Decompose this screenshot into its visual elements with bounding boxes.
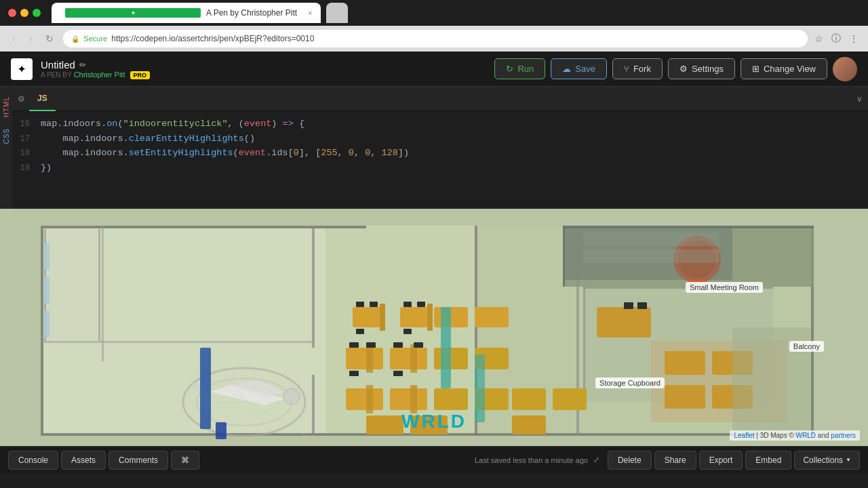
- settings-icon: ⚙: [679, 64, 688, 74]
- svg-rect-29: [366, 415, 403, 434]
- edit-title-icon[interactable]: ✏: [79, 60, 86, 70]
- secure-icon: 🔒: [71, 35, 79, 43]
- preview-area[interactable]: Small Meeting Room Balcony Storage Cupbo…: [0, 209, 868, 446]
- fork-button[interactable]: ⑂ Fork: [612, 58, 663, 79]
- svg-rect-21: [346, 348, 383, 369]
- browser-bookmark-button[interactable]: ☆: [813, 32, 825, 45]
- delete-button[interactable]: Delete: [608, 451, 652, 470]
- run-button[interactable]: ↻ Run: [494, 58, 545, 79]
- map-attribution: Leaflet | 3D Maps © WRLD and partners: [730, 430, 860, 441]
- svg-rect-50: [393, 371, 403, 376]
- save-label: Save: [575, 64, 595, 74]
- editor-settings-icon[interactable]: ⚙: [18, 94, 25, 104]
- embed-button[interactable]: Embed: [745, 451, 791, 470]
- tab-close-button[interactable]: ×: [308, 9, 312, 17]
- svg-rect-23: [390, 348, 427, 369]
- browser-active-tab[interactable]: ✦ A Pen by Christopher Pitt ×: [52, 3, 321, 23]
- editor-collapse-button[interactable]: ∨: [856, 94, 863, 104]
- code-line-16: 16 map.indoors.on("indoorentityclick", (…: [0, 117, 868, 131]
- leaflet-link[interactable]: Leaflet: [734, 432, 754, 439]
- tab-title: A Pen by Christopher Pitt: [206, 8, 297, 18]
- svg-rect-13: [41, 341, 312, 343]
- cmd-icon: ⌘: [181, 455, 189, 465]
- settings-button[interactable]: ⚙ Settings: [668, 58, 735, 79]
- line-number-17: 17: [11, 133, 30, 146]
- tab-js[interactable]: JS: [29, 87, 56, 111]
- svg-rect-17: [353, 307, 383, 327]
- code-content-16: map.indoors.on("indoorentityclick", (eve…: [41, 117, 304, 131]
- svg-rect-47: [393, 342, 403, 348]
- wrld-link[interactable]: WRLD: [796, 432, 816, 439]
- browser-toolbar: ‹ › ↻ 🔒 Secure https://codepen.io/assert…: [0, 26, 868, 52]
- svg-rect-5: [41, 226, 366, 228]
- map-container[interactable]: Small Meeting Room Balcony Storage Cupbo…: [0, 209, 868, 446]
- close-window-button[interactable]: [8, 9, 16, 17]
- storage-label: Storage Cupboard: [595, 378, 665, 388]
- js-tab-label: JS: [37, 94, 47, 103]
- code-editor[interactable]: 16 map.indoors.on("indoorentityclick", (…: [0, 111, 868, 209]
- pen-author-line: A PEN BY Christopher Pitt PRO: [41, 70, 150, 79]
- svg-rect-32: [475, 307, 509, 327]
- svg-rect-11: [576, 273, 579, 436]
- svg-rect-79: [583, 232, 719, 246]
- css-side-tab[interactable]: CSS: [1, 124, 12, 148]
- svg-rect-62: [583, 287, 585, 402]
- pro-badge: PRO: [130, 71, 151, 79]
- browser-info-button[interactable]: ⓘ: [830, 31, 842, 46]
- wrld-logo: WRLD: [401, 411, 467, 432]
- browser-back-button[interactable]: ‹: [8, 32, 20, 45]
- save-status-text: Last saved less than a minute ago: [475, 456, 588, 464]
- codepen-logo[interactable]: ✦: [11, 58, 33, 80]
- html-side-tab[interactable]: HTML: [1, 92, 12, 121]
- browser-menu-button[interactable]: ⋮: [848, 32, 860, 45]
- svg-rect-39: [356, 302, 364, 307]
- cmd-button[interactable]: ⌘: [171, 451, 199, 470]
- minimize-window-button[interactable]: [20, 9, 28, 17]
- browser-forward-button[interactable]: ›: [25, 32, 37, 45]
- collections-label: Collections: [803, 455, 843, 465]
- svg-rect-19: [400, 307, 431, 327]
- collections-button[interactable]: Collections ▼: [794, 451, 860, 470]
- browser-inactive-tab[interactable]: [326, 3, 348, 23]
- svg-rect-26: [366, 385, 373, 413]
- maximize-window-button[interactable]: [33, 9, 41, 17]
- browser-titlebar: ✦ A Pen by Christopher Pitt ×: [0, 0, 868, 26]
- side-tabs: HTML CSS: [0, 87, 12, 209]
- export-button[interactable]: Export: [699, 451, 743, 470]
- console-button[interactable]: Console: [8, 451, 58, 470]
- save-button[interactable]: ☁ Save: [551, 58, 607, 79]
- assets-button[interactable]: Assets: [61, 451, 106, 470]
- external-link-icon[interactable]: ⤢: [593, 455, 599, 464]
- svg-rect-65: [637, 302, 647, 309]
- settings-label: Settings: [692, 64, 724, 74]
- partners-link[interactable]: partners: [831, 432, 856, 439]
- svg-rect-46: [366, 342, 376, 348]
- codepen-action-buttons: ↻ Run ☁ Save ⑂ Fork ⚙ Settings ⊞ Change …: [494, 58, 827, 79]
- user-avatar[interactable]: [833, 57, 857, 81]
- svg-rect-67: [665, 351, 705, 375]
- change-view-button[interactable]: ⊞ Change View: [741, 58, 827, 79]
- svg-rect-27: [390, 388, 427, 410]
- svg-rect-22: [366, 344, 373, 373]
- browser-refresh-button[interactable]: ↻: [41, 32, 58, 45]
- save-icon: ☁: [562, 64, 571, 74]
- change-view-icon: ⊞: [752, 64, 760, 74]
- share-button[interactable]: Share: [654, 451, 696, 470]
- browser-address-bar[interactable]: 🔒 Secure https://codepen.io/assertchris/…: [63, 30, 808, 47]
- svg-rect-86: [44, 243, 50, 270]
- svg-rect-28: [410, 385, 417, 413]
- svg-rect-18: [380, 304, 385, 331]
- code-line-18: 18 map.indoors.setEntityHighlights(event…: [0, 146, 868, 161]
- comments-button[interactable]: Comments: [108, 451, 168, 470]
- svg-rect-20: [427, 304, 433, 331]
- code-line-19: 19 }): [0, 161, 868, 176]
- secure-label: Secure: [83, 35, 107, 43]
- editor-tabs: ⚙ JS ∨: [12, 87, 868, 111]
- svg-rect-44: [403, 329, 412, 334]
- svg-rect-73: [512, 415, 546, 434]
- pen-title-text[interactable]: Untitled: [41, 59, 75, 70]
- pen-author-name[interactable]: Christopher Pitt: [74, 70, 125, 79]
- svg-rect-83: [44, 229, 100, 341]
- svg-rect-37: [441, 307, 451, 388]
- svg-rect-49: [349, 371, 359, 376]
